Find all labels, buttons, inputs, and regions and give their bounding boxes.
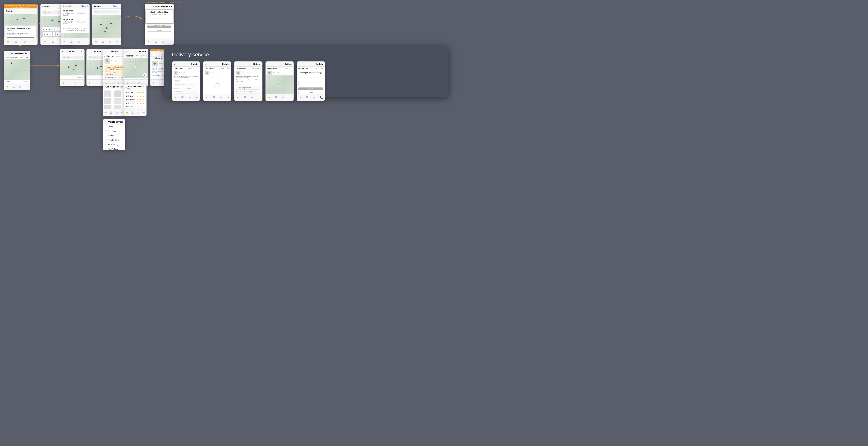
photo-cell-1[interactable] <box>104 91 111 97</box>
back-arrow-10[interactable]: ‹ <box>126 50 127 53</box>
nav-more-icon-6[interactable]: ⋯ <box>25 85 28 89</box>
nav-map-icon-7[interactable]: ⊕ <box>74 81 77 85</box>
nav-more-icon-d2[interactable]: ⋯ <box>226 96 229 99</box>
nav-list-icon-2[interactable]: ☰ <box>52 40 55 43</box>
address-value-d3[interactable]: Tran Hung Dao 112 <box>236 86 261 90</box>
star-rating-input[interactable]: ☆ ☆ ☆ ☆ ☆ <box>147 16 172 21</box>
back-arrow-14[interactable]: ‹ <box>105 121 105 123</box>
nav-list-icon-d2[interactable]: ☰ <box>212 96 216 99</box>
receiver-name-input-d1[interactable]: Enter Name <box>174 90 198 94</box>
nav-home-icon-d1[interactable]: ★ <box>174 96 177 99</box>
photo-cell-4[interactable] <box>115 98 121 104</box>
nav-home-icon-d5[interactable]: ★ <box>299 96 302 99</box>
key-t[interactable]: t <box>54 27 57 31</box>
nav-map-icon-5[interactable]: ⊕ <box>161 40 164 43</box>
nav-map-icon-3[interactable]: ⊕ <box>77 40 81 43</box>
nav-more-icon-3[interactable]: ⋯ <box>84 40 88 43</box>
nav-list-icon-11[interactable]: ☰ <box>158 81 162 85</box>
nav-map-icon[interactable]: ⊕ <box>23 40 27 43</box>
nav-home-icon-d3[interactable]: ★ <box>236 96 240 99</box>
nav-home-icon-2[interactable]: ★ <box>43 40 46 43</box>
nav-more-icon-4[interactable]: ⋯ <box>116 40 119 43</box>
show-all-7[interactable]: Show all <box>60 75 84 79</box>
nav-home-icon-8[interactable]: ★ <box>88 81 91 85</box>
back-arrow-d1[interactable]: ‹ <box>174 63 175 65</box>
nav-more-icon-d3[interactable]: ⋯ <box>257 96 260 99</box>
nav-more-icon-13[interactable]: ⋯ <box>142 111 145 114</box>
star-1[interactable]: ☆ <box>152 17 154 20</box>
nav-list-icon-6[interactable]: ☰ <box>12 85 16 89</box>
submit-button-5[interactable]: Submit <box>147 26 172 28</box>
navigate-btn[interactable]: ⊕ <box>143 73 147 77</box>
back-arrow-8[interactable]: ‹ <box>89 50 89 53</box>
nav-home-icon-12[interactable]: ★ <box>104 111 107 114</box>
star-4[interactable]: ☆ <box>161 17 164 20</box>
nav-list-icon-7[interactable]: ☰ <box>68 81 71 85</box>
back-arrow-d3[interactable]: ‹ <box>236 63 237 65</box>
nav-home-icon-6[interactable]: ★ <box>5 85 9 89</box>
star-2[interactable]: ☆ <box>155 17 157 20</box>
search-bar-7[interactable]: 🔍 Search <box>62 56 83 59</box>
nav-map-icon-13[interactable]: ⊕ <box>136 111 140 114</box>
star-d5-5[interactable]: ☆ <box>316 76 318 79</box>
back-arrow-5[interactable]: ‹ <box>147 5 148 8</box>
key-e[interactable]: e <box>48 27 51 31</box>
nav-list-icon[interactable]: ☰ <box>15 40 18 43</box>
submit-button-d5[interactable]: Submit <box>298 88 323 90</box>
nav-list-icon-12[interactable]: ☰ <box>110 111 113 114</box>
star-5[interactable]: ☆ <box>164 17 167 20</box>
nav-home-icon-7[interactable]: ★ <box>62 81 65 85</box>
cancel-button-3[interactable]: Cancel <box>81 5 88 7</box>
star-d5-3[interactable]: ☆ <box>310 76 312 79</box>
nav-more-icon-7[interactable]: ⋯ <box>80 81 83 85</box>
photo-cell-2[interactable] <box>115 91 121 97</box>
key-r[interactable]: r <box>51 27 54 31</box>
close-icon-7[interactable]: ✕ <box>80 50 83 53</box>
nav-list-icon-13[interactable]: ☰ <box>131 111 134 114</box>
nav-more-icon[interactable]: ⋯ <box>32 40 35 43</box>
photo-cell-3[interactable] <box>104 98 111 104</box>
nav-map-icon-d2[interactable]: ⊕ <box>219 96 222 99</box>
key-a[interactable]: a <box>43 32 46 36</box>
back-arrow-7[interactable]: ‹ <box>62 50 63 53</box>
result-1[interactable]: cellphones 32 Truong Chinh 5, Phuong 5, … <box>61 8 89 17</box>
nav-list-icon-d1[interactable]: ☰ <box>181 96 184 99</box>
key-w[interactable]: w <box>45 27 48 31</box>
key-q[interactable]: q <box>42 27 45 31</box>
back-arrow-6[interactable]: ‹ <box>6 52 7 55</box>
nav-more-icon-d1[interactable]: ⋯ <box>195 96 198 99</box>
nav-home-icon[interactable]: ★ <box>6 40 10 43</box>
nav-phone-icon-d5[interactable]: 📞 <box>319 96 323 99</box>
nav-map-icon-d3[interactable]: ⊕ <box>250 96 254 99</box>
key-s[interactable]: s <box>46 32 49 36</box>
cancel-button-4[interactable]: Cancel <box>113 5 119 7</box>
nav-home-icon-13[interactable]: ★ <box>125 111 129 114</box>
nav-more-icon-12[interactable]: ⋯ <box>121 111 124 114</box>
back-arrow-d4[interactable]: ‹ <box>268 63 268 65</box>
nav-home-icon-11[interactable]: ★ <box>152 81 155 85</box>
nav-list-icon-5[interactable]: ☰ <box>154 40 157 43</box>
key-f[interactable]: f <box>53 32 56 36</box>
key-y[interactable]: y <box>57 27 60 31</box>
close-icon[interactable]: ✕ <box>33 9 35 12</box>
nav-home-icon-4[interactable]: ★ <box>94 40 97 43</box>
back-arrow-11[interactable]: ‹ <box>152 53 153 55</box>
star-d5-2[interactable]: ☆ <box>306 76 309 79</box>
key-g[interactable]: g <box>56 32 59 36</box>
nav-home-icon-d2[interactable]: ★ <box>205 96 209 99</box>
star-3[interactable]: ☆ <box>158 17 160 20</box>
feedback-input-d5[interactable] <box>298 81 323 87</box>
star-d5-4[interactable]: ☆ <box>313 76 315 79</box>
nav-camera-icon-d5[interactable]: ▣ <box>313 96 316 99</box>
result-2[interactable]: cellphones 32 Truong Chinh 5, Phuong 5, … <box>61 17 89 26</box>
key-d[interactable]: d <box>49 32 53 36</box>
nav-map-icon-d1[interactable]: ⊕ <box>188 96 191 99</box>
nav-list-icon-3[interactable]: ☰ <box>70 40 73 43</box>
nav-home-icon-d4[interactable]: ★ <box>268 96 271 99</box>
close-button-5[interactable]: Close <box>147 29 172 32</box>
feedback-input[interactable] <box>147 21 172 24</box>
nav-more-icon-d4[interactable]: ⋯ <box>288 96 292 99</box>
nav-home-icon-5[interactable]: ★ <box>147 40 150 43</box>
nav-list-icon-d3[interactable]: ☰ <box>243 96 247 99</box>
back-arrow-12[interactable]: ‹ <box>105 85 105 88</box>
